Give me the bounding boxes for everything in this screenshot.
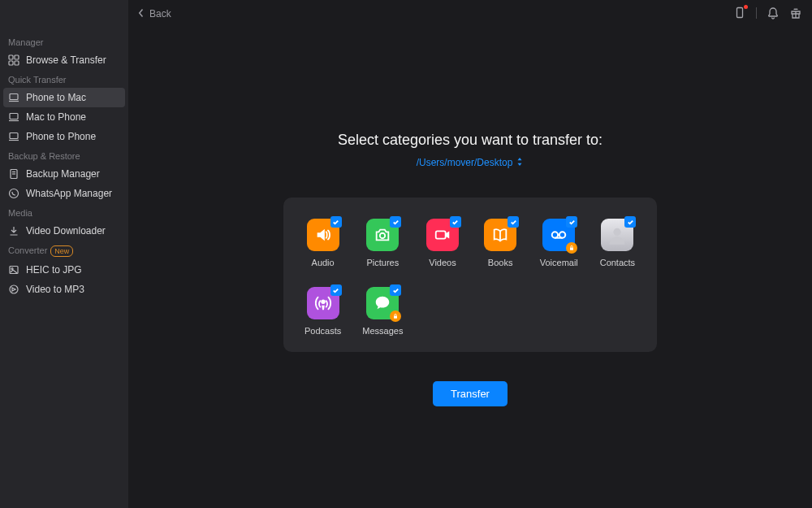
category-grid: AudioPicturesVideosBooksVoicemailContact… <box>304 219 636 336</box>
device-icon <box>8 92 19 103</box>
category-voicemail[interactable]: Voicemail <box>540 219 578 267</box>
checkmark-icon <box>624 216 636 228</box>
notification-dot-icon <box>744 5 748 9</box>
sort-arrows-icon <box>516 157 524 168</box>
sidebar-item-video-to-mp3[interactable]: Video to MP3 <box>0 280 128 299</box>
book-icon <box>484 219 516 251</box>
category-label: Audio <box>312 258 335 267</box>
convert-icon <box>8 284 19 295</box>
svg-rect-25 <box>570 248 573 250</box>
message-icon <box>366 287 399 319</box>
sidebar-item-label: Phone to Phone <box>26 131 96 142</box>
gift-icon[interactable] <box>789 7 802 20</box>
svg-point-22 <box>552 232 558 237</box>
voicemail-icon <box>542 219 575 251</box>
chevron-left-icon <box>138 8 145 20</box>
category-label: Voicemail <box>540 258 578 267</box>
destination-path-link[interactable]: /Users/mover/Desktop <box>417 157 525 168</box>
lock-badge-icon <box>566 242 577 254</box>
sidebar-item-label: Browse & Transfer <box>26 54 106 66</box>
doc-icon <box>8 168 19 180</box>
sidebar-item-backup-manager[interactable]: Backup Manager <box>0 164 128 184</box>
svg-point-26 <box>614 228 621 236</box>
device-icon <box>8 111 19 123</box>
sidebar-item-browse-transfer[interactable]: Browse & Transfer <box>0 50 128 70</box>
sidebar-item-label: Phone to Mac <box>26 92 86 103</box>
page-title: Select categories you want to transfer t… <box>338 132 603 149</box>
sidebar-item-label: Mac to Phone <box>26 111 86 123</box>
sidebar-section-title: ConverterNew <box>0 241 128 260</box>
category-label: Podcasts <box>304 326 341 336</box>
download-icon <box>8 225 19 237</box>
svg-rect-8 <box>10 133 18 139</box>
topbar-right-icons <box>733 7 802 20</box>
sidebar-section-title: Media <box>0 203 128 221</box>
sidebar-item-phone-to-phone[interactable]: Phone to Phone <box>0 127 128 146</box>
category-label: Messages <box>362 326 403 336</box>
separator <box>756 7 757 19</box>
speaker-icon <box>307 219 339 251</box>
device-status-icon[interactable] <box>733 7 746 20</box>
svg-rect-0 <box>9 55 13 59</box>
svg-rect-17 <box>737 8 743 18</box>
whatsapp-icon <box>8 188 19 199</box>
svg-rect-3 <box>15 61 19 65</box>
content: Select categories you want to transfer t… <box>128 28 812 508</box>
main-area: Back Select categories you want to trans… <box>128 0 812 508</box>
category-pictures[interactable]: Pictures <box>362 219 403 267</box>
checkmark-icon <box>566 216 577 228</box>
svg-rect-20 <box>436 231 446 238</box>
device-icon <box>8 131 19 142</box>
sidebar-item-phone-to-mac[interactable]: Phone to Mac <box>3 88 125 107</box>
svg-rect-28 <box>394 316 397 319</box>
svg-rect-4 <box>10 94 18 100</box>
category-podcasts[interactable]: Podcasts <box>304 287 341 336</box>
checkmark-icon <box>450 216 461 228</box>
svg-rect-6 <box>10 114 18 119</box>
sidebar-item-label: Backup Manager <box>26 168 100 180</box>
category-books[interactable]: Books <box>482 219 519 267</box>
sidebar-item-label: WhatsApp Manager <box>26 188 112 199</box>
checkmark-icon <box>330 284 342 296</box>
back-button[interactable]: Back <box>138 8 171 20</box>
path-text: /Users/mover/Desktop <box>417 157 513 168</box>
sidebar-item-heic-to-jpg[interactable]: HEIC to JPG <box>0 260 128 280</box>
svg-rect-2 <box>9 61 13 65</box>
podcast-icon <box>307 287 339 319</box>
svg-rect-1 <box>15 55 19 59</box>
image-icon <box>8 264 19 276</box>
svg-point-27 <box>322 300 325 303</box>
sidebar-section-title: Backup & Restore <box>0 146 128 164</box>
category-audio[interactable]: Audio <box>304 219 341 267</box>
sidebar-item-mac-to-phone[interactable]: Mac to Phone <box>0 107 128 127</box>
sidebar-item-video-downloader[interactable]: Video Downloader <box>0 221 128 241</box>
category-label: Videos <box>429 258 456 267</box>
sidebar-item-label: Video to MP3 <box>26 284 84 295</box>
sidebar-section-title: Quick Transfer <box>0 70 128 88</box>
video-icon <box>426 219 459 251</box>
checkmark-icon <box>390 216 401 228</box>
category-label: Books <box>488 258 513 267</box>
category-messages[interactable]: Messages <box>362 287 403 336</box>
svg-point-23 <box>559 232 565 237</box>
checkmark-icon <box>390 284 401 296</box>
back-label: Back <box>149 8 171 20</box>
transfer-button[interactable]: Transfer <box>433 381 508 406</box>
contact-icon <box>601 219 633 251</box>
svg-point-13 <box>10 189 19 198</box>
svg-point-16 <box>10 285 18 293</box>
bell-icon[interactable] <box>767 7 780 20</box>
sidebar-section-title: Manager <box>0 33 128 50</box>
sidebar-item-whatsapp-manager[interactable]: WhatsApp Manager <box>0 184 128 203</box>
checkmark-icon <box>330 216 342 228</box>
category-videos[interactable]: Videos <box>424 219 460 267</box>
sidebar: ManagerBrowse & TransferQuick TransferPh… <box>0 0 128 508</box>
new-badge: New <box>50 245 73 257</box>
topbar: Back <box>128 0 812 28</box>
sidebar-item-label: Video Downloader <box>26 225 106 237</box>
category-label: Pictures <box>366 258 399 267</box>
category-contacts[interactable]: Contacts <box>599 219 636 267</box>
camera-icon <box>366 219 399 251</box>
svg-point-15 <box>11 268 13 270</box>
grid-icon <box>8 54 19 66</box>
